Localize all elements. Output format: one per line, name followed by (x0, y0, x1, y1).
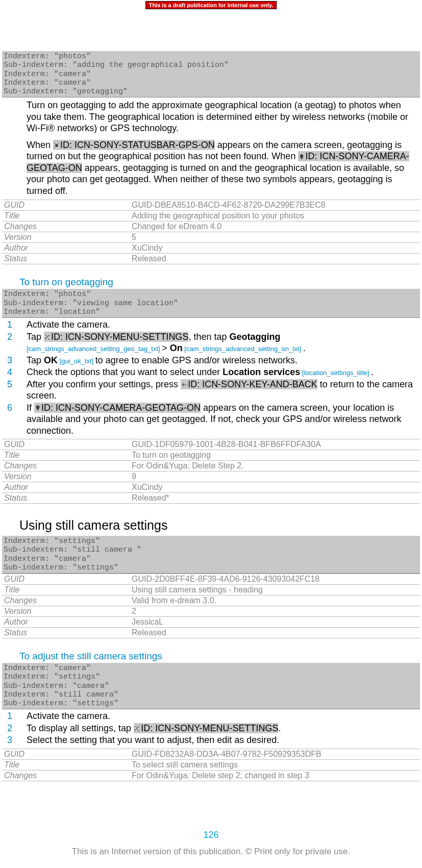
metadata-table: GUIDGUID-1DF05979-1001-4B28-B041-BFB6FFD… (2, 439, 420, 504)
icon-id-label: ID: ICN-SONY-MENU-SETTINGS (141, 723, 278, 733)
list-item: If ID: ICN-SONY-CAMERA-GEOTAG-ON appears… (4, 402, 415, 437)
key-tag: [location_settings_title] (300, 369, 371, 377)
indexterm-block: Indexterm: "settings" Sub-indexterm: "st… (2, 536, 420, 574)
text: When (27, 140, 53, 150)
table-row: StatusReleased* (2, 493, 420, 504)
list-item: Activate the camera. (4, 710, 415, 722)
list-item: Activate the camera. (4, 319, 415, 331)
indexterm-block: Indexterm: "photos" Sub-indexterm: "addi… (2, 51, 420, 97)
heading-to-turn-on-geotagging: To turn on geotagging (2, 264, 420, 289)
table-row: ChangesFor Odin&Yuga: Delete step 2; cha… (2, 770, 420, 781)
list-item: To display all settings, tap ID: ICN-SON… (4, 723, 415, 734)
table-row: Version2 (2, 606, 420, 617)
icon-id-label: ID: ICN-SONY-KEY-AND-BACK (188, 379, 317, 389)
text: To display all settings, tap (27, 723, 134, 733)
text: . (371, 367, 374, 377)
table-row: GUIDGUID-2D0BFF4E-8F39-4AD6-9126-4309304… (2, 574, 420, 585)
page-number: 126 (0, 830, 422, 840)
metadata-table: GUIDGUID-FD8232A8-DD3A-4B07-9782-F509293… (2, 749, 420, 781)
heading-to-adjust-still-camera-settings: To adjust the still camera settings (2, 638, 420, 663)
indexterm-block: Indexterm: "camera" Indexterm: "settings… (2, 663, 420, 709)
table-row: TitleTo turn on geotagging (2, 450, 420, 461)
table-row: StatusReleased (2, 628, 420, 638)
heading-using-still-camera-settings: Using still camera settings (2, 504, 420, 536)
menu-settings-icon: ID: ICN-SONY-MENU-SETTINGS (134, 723, 278, 733)
ui-label: Location services (222, 367, 300, 377)
ui-label: On (170, 343, 183, 353)
steps-list: Activate the camera. Tap ID: ICN-SONY-ME… (2, 318, 420, 439)
table-row: AuthorXuCindy (2, 243, 420, 254)
table-row: StatusReleased (2, 254, 420, 264)
table-row: AuthorXuCindy (2, 482, 420, 493)
gps-on-icon: ID: ICN-SONY-STATUSBAR-GPS-ON (53, 140, 215, 150)
text: , then tap (188, 332, 229, 342)
icon-id-label: ID: ICN-SONY-CAMERA-GEOTAG-ON (41, 403, 201, 413)
svg-point-0 (55, 144, 58, 147)
table-row: TitleTo select still camera settings (2, 759, 420, 770)
table-row: TitleUsing still camera settings - headi… (2, 585, 420, 596)
table-row: ChangesChanged for eDream 4.0 (2, 221, 420, 232)
draft-banner: This is a draft publication for internal… (145, 1, 277, 9)
ui-label: Geotagging (229, 332, 280, 342)
back-key-icon: ID: ICN-SONY-KEY-AND-BACK (181, 379, 317, 389)
text: appears, geotagging is turned on and the… (27, 163, 404, 196)
table-row: AuthorJessicaL (2, 617, 420, 628)
indexterm-block: Indexterm: "photos" Sub-indexterm: "view… (2, 289, 420, 318)
list-item: After you confirm your settings, press I… (4, 379, 415, 402)
table-row: GUIDGUID-1DF05979-1001-4B28-B041-BFB6FFD… (2, 439, 420, 450)
steps-list: Activate the camera. To display all sett… (2, 709, 420, 749)
svg-point-3 (54, 147, 55, 148)
text: . (303, 343, 306, 353)
footer-note: This is an Internet version of this publ… (0, 847, 422, 857)
text: After you confirm your settings, press (27, 379, 181, 389)
icon-id-label: ID: ICN-SONY-MENU-SETTINGS (51, 332, 188, 342)
svg-point-1 (54, 143, 55, 144)
list-item: Tap ID: ICN-SONY-MENU-SETTINGS, then tap… (4, 331, 415, 354)
table-row: Version9 (2, 472, 420, 482)
metadata-table: GUIDGUID-2D0BFF4E-8F39-4AD6-9126-4309304… (2, 574, 420, 638)
text: Tap (27, 355, 44, 365)
text: Tap (27, 332, 44, 342)
table-row: ChangesFor Odin&Yuga: Delete Step 2. (2, 461, 420, 472)
paragraph: When ID: ICN-SONY-STATUSBAR-GPS-ON appea… (2, 137, 420, 200)
list-item: Select the setting that you want to adju… (4, 734, 415, 746)
paragraph: Turn on geotagging to add the approximat… (2, 97, 420, 137)
menu-settings-icon: ID: ICN-SONY-MENU-SETTINGS (44, 332, 188, 342)
list-item: Check the options that you want to selec… (4, 366, 415, 378)
text: > (162, 343, 170, 353)
text: . (278, 723, 281, 733)
table-row: GUIDGUID-FD8232A8-DD3A-4B07-9782-F509293… (2, 749, 420, 759)
icon-id-label: ID: ICN-SONY-STATUSBAR-GPS-ON (60, 140, 215, 150)
table-row: GUIDGUID-DBEA8510-B4CD-4F62-8720-DA299E7… (2, 200, 420, 211)
key-tag: [cam_strings_advanced_setting_on_txt] (183, 345, 303, 353)
table-row: TitleAdding the geographical position to… (2, 211, 420, 221)
table-row: Version5 (2, 232, 420, 243)
key-tag: [gui_ok_txt] (58, 357, 95, 365)
list-item: Tap OK [gui_ok_txt] to agree to enable G… (4, 355, 415, 366)
text: Check the options that you want to selec… (27, 367, 222, 377)
svg-point-2 (58, 143, 59, 144)
page-content: Indexterm: "photos" Sub-indexterm: "addi… (0, 0, 422, 781)
ui-label: OK (44, 355, 58, 365)
text: to agree to enable GPS and/or wireless n… (95, 355, 297, 365)
metadata-table: GUIDGUID-DBEA8510-B4CD-4F62-8720-DA299E7… (2, 200, 420, 264)
text: If (27, 403, 34, 413)
geotag-on-icon: ID: ICN-SONY-CAMERA-GEOTAG-ON (34, 403, 201, 413)
key-tag: [cam_strings_advanced_setting_geo_tag_tx… (27, 345, 162, 353)
table-row: ChangesValid from e-dream 3.0. (2, 596, 420, 606)
